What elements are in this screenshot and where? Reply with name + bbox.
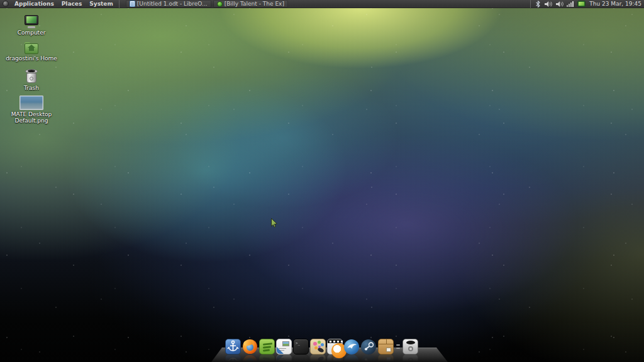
starfield — [0, 0, 644, 362]
desktop-icon-trash[interactable]: Trash — [6, 69, 57, 91]
desktop-icon-image-file[interactable]: MATE Desktop Default.png — [6, 96, 57, 124]
tray-handle[interactable] — [530, 1, 533, 8]
window-button-libreoffice[interactable]: [Untitled 1.odt - LibreO... — [126, 0, 211, 8]
top-panel: Applications Places System [Untitled 1.o… — [0, 0, 644, 8]
image-editor-icon[interactable] — [310, 339, 326, 354]
desktop-icon-label: MATE Desktop Default.png — [11, 111, 52, 124]
applet-handle[interactable] — [119, 1, 122, 8]
desktop-icon-computer[interactable]: Computer — [6, 15, 57, 36]
docky-anchor-icon[interactable] — [225, 339, 241, 354]
home-folder-icon — [25, 42, 38, 54]
volume-icon-2[interactable] — [555, 1, 564, 8]
package-manager-icon[interactable] — [378, 339, 394, 354]
mate-menu-icon[interactable] — [1, 0, 9, 8]
volume-icon[interactable] — [544, 1, 552, 8]
window-button-label: [Untitled 1.odt - LibreO... — [137, 1, 208, 7]
libreoffice-document-icon — [130, 1, 135, 7]
network-signal-icon[interactable] — [567, 1, 574, 7]
desktop-icon-label: dragostini's Home — [6, 55, 57, 62]
menu-places[interactable]: Places — [58, 0, 86, 8]
steam-icon[interactable] — [361, 339, 377, 354]
desktop-icon-label: Computer — [18, 30, 46, 36]
desktop-icon-home[interactable]: dragostini's Home — [6, 42, 57, 62]
dock: >_ — [211, 338, 450, 362]
computer-icon — [24, 15, 39, 28]
thunderbird-icon[interactable] — [344, 339, 360, 354]
trash-can-icon — [25, 69, 38, 84]
desktop-icon-label: Trash — [24, 85, 39, 91]
desktop-wallpaper — [0, 0, 644, 362]
window-button-label: [Billy Talent - The Ex] — [225, 1, 284, 7]
spotify-icon[interactable] — [259, 339, 275, 354]
menu-applications[interactable]: Applications — [11, 0, 58, 8]
menu-system[interactable]: System — [86, 0, 117, 8]
bluetooth-icon[interactable] — [535, 1, 541, 8]
dock-separator — [395, 339, 401, 354]
image-file-icon — [19, 96, 43, 110]
video-editor-icon[interactable] — [327, 339, 343, 354]
clock-applet[interactable]: Thu 23 Mar, 19:45 — [589, 0, 641, 8]
trash-docklet-icon[interactable] — [402, 339, 418, 354]
firefox-icon[interactable] — [242, 339, 258, 354]
libreoffice-icon[interactable] — [276, 339, 292, 354]
spotify-tray-icon — [217, 1, 223, 7]
mouse-pointer — [271, 218, 278, 231]
network-monitor-icon[interactable] — [577, 1, 586, 7]
system-tray — [535, 1, 586, 8]
terminal-icon[interactable]: >_ — [293, 339, 309, 354]
window-button-spotify[interactable]: [Billy Talent - The Ex] — [213, 0, 288, 8]
